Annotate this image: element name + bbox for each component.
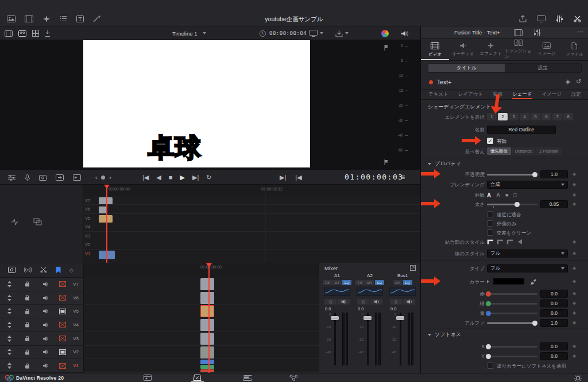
solo-button[interactable]: S xyxy=(390,299,402,305)
node-color-dot[interactable] xyxy=(429,80,433,84)
keyframe-icon[interactable]: ◆ xyxy=(572,279,576,284)
match-frame-in-icon[interactable]: |◀ xyxy=(295,170,301,185)
eyedropper-icon[interactable] xyxy=(530,278,537,285)
export-dropdown[interactable] xyxy=(335,26,349,40)
video-preview[interactable]: 卓球 xyxy=(83,40,310,167)
mute-speaker-icon[interactable] xyxy=(42,363,49,368)
track-move-icon[interactable] xyxy=(7,362,12,369)
mute-speaker-button[interactable] xyxy=(403,299,415,305)
fx-button[interactable]: FX xyxy=(323,280,332,285)
tab-video[interactable]: ビデオ xyxy=(421,39,449,60)
element-5-button[interactable]: 5 xyxy=(531,113,540,120)
color-wheel-icon[interactable] xyxy=(381,30,389,37)
track-move-icon[interactable] xyxy=(7,308,12,314)
fader-knob[interactable] xyxy=(363,316,372,320)
tab-settings[interactable]: 設定 xyxy=(505,64,581,72)
media-page-icon[interactable] xyxy=(144,375,152,381)
track-header-v1[interactable]: V1 xyxy=(0,359,83,373)
thickness-slider[interactable] xyxy=(487,204,537,205)
red-value[interactable]: 0.0 xyxy=(540,290,568,298)
reset-icon[interactable]: ↺ xyxy=(576,78,581,85)
track-header-v3[interactable]: V3 xyxy=(0,332,83,346)
eq-display[interactable] xyxy=(389,287,416,296)
append-clip-icon[interactable] xyxy=(73,174,81,181)
clip-info-icon[interactable] xyxy=(514,29,523,36)
mute-speaker-button[interactable] xyxy=(370,299,382,305)
step-forward-icon[interactable]: › xyxy=(109,170,111,185)
opacity-slider[interactable] xyxy=(487,174,537,176)
clean-intersections-checkbox[interactable] xyxy=(487,229,493,236)
title-overlay-text[interactable]: 卓球 xyxy=(148,131,202,165)
tab-title[interactable]: タイトル xyxy=(428,64,505,72)
join-arrow-button[interactable] xyxy=(516,239,523,245)
track-header-v4[interactable]: V4 xyxy=(0,318,83,332)
solo-button[interactable]: S xyxy=(357,299,369,305)
lock-icon[interactable] xyxy=(25,349,30,355)
text-fill-button[interactable]: A xyxy=(487,192,491,198)
more-options-icon[interactable]: ⋯ xyxy=(577,28,583,36)
index-icon[interactable] xyxy=(60,15,67,22)
join-miter-button[interactable] xyxy=(487,239,494,245)
magic-wand-icon[interactable] xyxy=(93,15,101,22)
dynamics-button[interactable]: DY xyxy=(332,280,342,285)
alpha-value[interactable]: 1.0 xyxy=(540,319,568,327)
keyframe-icon[interactable]: ◆ xyxy=(572,239,576,244)
element-8-button[interactable]: 8 xyxy=(563,113,573,120)
audio-waves-icon[interactable] xyxy=(24,267,32,273)
viewer-timecode[interactable]: 00:00:00:04 xyxy=(269,30,307,36)
lock-icon[interactable] xyxy=(25,322,30,328)
camera-icon[interactable] xyxy=(39,175,47,181)
eq-button[interactable]: EQ xyxy=(342,280,351,285)
stop-button[interactable]: ■ xyxy=(169,170,173,185)
grid-view-icon[interactable] xyxy=(32,30,39,37)
razor-icon[interactable] xyxy=(40,267,47,273)
tab-settings2[interactable]: 設定 xyxy=(571,91,581,99)
playhead[interactable] xyxy=(106,185,107,263)
keyframe-icon[interactable]: ◆ xyxy=(572,353,576,358)
fader-knob[interactable] xyxy=(396,316,404,320)
track-header-v6[interactable]: V6 xyxy=(0,291,83,305)
play-reverse-button[interactable]: ◀ xyxy=(156,170,161,185)
keyframe-icon[interactable]: ◆ xyxy=(572,192,576,197)
blending-dropdown[interactable]: 合成 xyxy=(487,181,568,189)
track-move-icon[interactable] xyxy=(7,336,12,342)
edit-page-icon[interactable] xyxy=(243,375,252,381)
layers-icon[interactable] xyxy=(33,218,42,226)
eq-display[interactable] xyxy=(324,287,350,296)
keyframe-icon[interactable]: ◆ xyxy=(572,251,576,256)
track-move-icon[interactable] xyxy=(7,349,12,355)
opacity-value[interactable]: 1.0 xyxy=(540,170,568,178)
tab-file[interactable]: ファイル xyxy=(560,39,588,60)
tab-effects[interactable]: エフェクト xyxy=(477,39,505,60)
disable-track-icon[interactable] xyxy=(59,363,66,369)
mixer-panel-icon[interactable] xyxy=(556,15,563,22)
lock-icon[interactable] xyxy=(25,281,30,287)
properties-section-header[interactable]: プロパティ xyxy=(428,160,461,167)
play-button[interactable]: ▶ xyxy=(180,170,184,185)
keyframe-icon[interactable]: ◆ xyxy=(572,301,576,306)
clip-v6[interactable] xyxy=(200,292,214,304)
tab-layout[interactable]: レイアウト xyxy=(458,91,483,99)
clip-v5-title-selected[interactable] xyxy=(200,305,214,317)
red-slider[interactable] xyxy=(487,293,537,295)
source-tape-icon[interactable] xyxy=(18,30,26,37)
last-frame-button[interactable]: ▶| xyxy=(192,170,199,185)
keyframe-icon[interactable]: ◆ xyxy=(572,266,576,271)
thickness-value[interactable]: 0.05 xyxy=(540,200,568,208)
border-fill-button[interactable]: ■ xyxy=(505,192,508,198)
tab-shading[interactable]: シェード xyxy=(512,91,532,99)
expand-mixer-icon[interactable] xyxy=(410,265,416,271)
track-header-v5[interactable]: V5 xyxy=(0,305,83,318)
lock-icon[interactable] xyxy=(25,309,30,314)
apply-softness-checkbox[interactable] xyxy=(487,362,493,369)
tab-audio[interactable]: オーディオ xyxy=(449,39,477,60)
track-move-icon[interactable] xyxy=(7,322,12,328)
cut-page-icon[interactable] xyxy=(193,375,202,381)
softness-x-value[interactable]: 0.0 xyxy=(540,342,568,350)
dynamics-button[interactable]: DY xyxy=(365,280,374,285)
source-clip-icon[interactable] xyxy=(5,30,13,37)
clip-v4[interactable] xyxy=(200,319,214,331)
text-outline-button[interactable]: A xyxy=(496,192,500,198)
mute-speaker-icon[interactable] xyxy=(42,349,49,354)
expand-color-icon[interactable] xyxy=(487,280,489,283)
